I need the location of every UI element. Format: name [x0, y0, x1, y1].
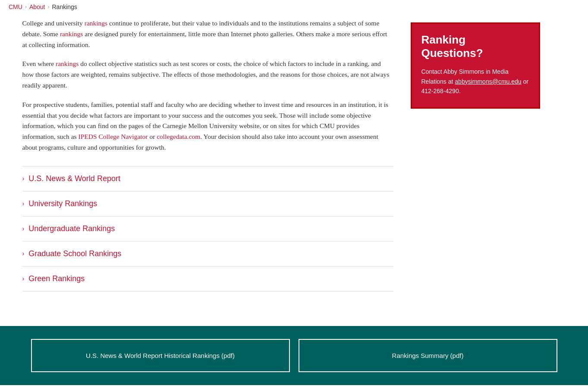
page-container: College and university rankings continue… — [14, 14, 575, 309]
chevron-icon-university: › — [22, 200, 25, 207]
chevron-icon-usnews: › — [22, 175, 25, 182]
breadcrumb-cmu[interactable]: CMU — [9, 3, 22, 10]
chevron-icon-green: › — [22, 275, 25, 282]
breadcrumb: CMU › About › Rankings — [0, 0, 588, 14]
chevron-icon-graduate: › — [22, 250, 25, 257]
accordion-item-usnews[interactable]: › U.S. News & World Report — [22, 166, 393, 191]
accordion-item-graduate[interactable]: › Graduate School Rankings — [22, 241, 393, 266]
paragraph-1: College and university rankings continue… — [22, 18, 393, 50]
accordion-item-university[interactable]: › University Rankings — [22, 191, 393, 216]
main-content: College and university rankings continue… — [22, 18, 393, 292]
accordion-label-usnews: U.S. News & World Report — [28, 174, 120, 183]
accordion-item-undergraduate[interactable]: › Undergraduate Rankings — [22, 216, 393, 241]
paragraph-3: For prospective students, families, pote… — [22, 100, 393, 153]
paragraph-2: Even where rankings do collect objective… — [22, 59, 393, 91]
sidebar-email-link[interactable]: abbysimmons@cmu.edu — [455, 78, 521, 85]
footer-tile-historical-link[interactable]: U.S. News & World Report Historical Rank… — [86, 352, 235, 359]
accordion-link-graduate[interactable]: › Graduate School Rankings — [22, 241, 393, 266]
ipeds-link[interactable]: IPEDS College Navigator — [79, 133, 148, 140]
breadcrumb-current: Rankings — [52, 3, 77, 10]
sidebar-box: Ranking Questions? Contact Abby Simmons … — [411, 22, 540, 109]
collegedata-link[interactable]: collegedata.com — [157, 133, 200, 140]
chevron-icon-undergraduate: › — [22, 225, 25, 232]
accordion-label-undergraduate: Undergraduate Rankings — [28, 224, 115, 233]
sidebar-title: Ranking Questions? — [421, 33, 529, 60]
breadcrumb-separator-2: › — [47, 4, 49, 10]
accordion-link-university[interactable]: › University Rankings — [22, 191, 393, 216]
accordion-label-green: Green Rankings — [28, 274, 85, 283]
sidebar-body: Contact Abby Simmons in Media Relations … — [421, 67, 529, 96]
footer-tiles: U.S. News & World Report Historical Rank… — [0, 326, 588, 385]
breadcrumb-separator-1: › — [25, 4, 27, 10]
accordion-label-graduate: Graduate School Rankings — [28, 249, 121, 258]
accordion-label-university: University Rankings — [28, 199, 97, 208]
sidebar: Ranking Questions? Contact Abby Simmons … — [411, 22, 540, 292]
inline-link-rankings-2[interactable]: rankings — [60, 30, 83, 38]
accordion-list: › U.S. News & World Report › University … — [22, 166, 393, 292]
accordion-link-green[interactable]: › Green Rankings — [22, 267, 393, 291]
accordion-link-undergraduate[interactable]: › Undergraduate Rankings — [22, 216, 393, 241]
footer-tile-summary[interactable]: Rankings Summary (pdf) — [299, 339, 557, 372]
inline-link-rankings-3[interactable]: rankings — [56, 60, 79, 67]
sidebar-phone: 412-268-4290 — [421, 88, 459, 94]
breadcrumb-about[interactable]: About — [29, 3, 45, 10]
footer-tile-historical[interactable]: U.S. News & World Report Historical Rank… — [31, 339, 290, 372]
accordion-link-usnews[interactable]: › U.S. News & World Report — [22, 166, 393, 191]
accordion-item-green[interactable]: › Green Rankings — [22, 266, 393, 292]
inline-link-rankings-1[interactable]: rankings — [85, 19, 107, 27]
footer-tile-summary-link[interactable]: Rankings Summary (pdf) — [392, 352, 464, 359]
